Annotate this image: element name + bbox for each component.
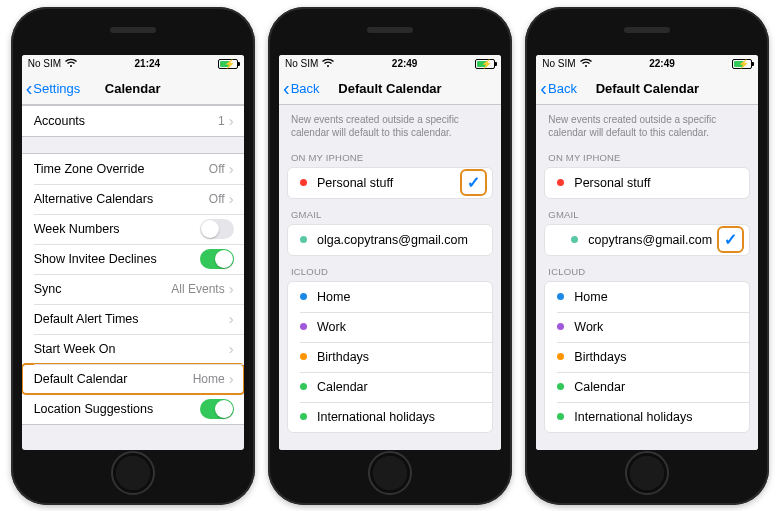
settings-row[interactable]: Alternative CalendarsOff› (22, 184, 244, 214)
row-label: Show Invitee Declines (34, 252, 200, 266)
chevron-right-icon: › (229, 161, 234, 176)
screen-3: No SIM 22:49 ⚡ ‹ Back Default Calendar N… (536, 55, 758, 450)
calendar-option[interactable]: Calendar (545, 372, 749, 402)
row-label: Default Calendar (34, 372, 193, 386)
group-header: GMAIL (279, 199, 501, 224)
calendar-option[interactable]: Personal stuff✓ (288, 168, 492, 198)
calendar-option[interactable]: Home (545, 282, 749, 312)
color-dot-icon (300, 179, 307, 186)
checkmark-icon: ✓ (462, 171, 485, 194)
back-button[interactable]: ‹ Back (540, 78, 577, 98)
status-bar: No SIM 22:49 ⚡ (536, 55, 758, 73)
row-label: Start Week On (34, 342, 225, 356)
calendar-label: Calendar (317, 380, 482, 394)
calendar-label: olga.copytrans@gmail.com (317, 233, 482, 247)
group-header: ON MY IPHONE (279, 142, 501, 167)
row-label: Time Zone Override (34, 162, 209, 176)
status-bar: No SIM 22:49 ⚡ (279, 55, 501, 73)
chevron-right-icon: › (229, 311, 234, 326)
calendar-group: copytrans@gmail.com✓ (544, 224, 750, 256)
calendar-label: International holidays (574, 410, 739, 424)
calendar-option[interactable]: Calendar (288, 372, 492, 402)
calendar-label: Home (574, 290, 739, 304)
nav-bar: ‹ Settings Calendar (22, 73, 244, 105)
row-label: Sync (34, 282, 172, 296)
nav-bar: ‹ Back Default Calendar (536, 73, 758, 105)
phone-frame-3: No SIM 22:49 ⚡ ‹ Back Default Calendar N… (525, 7, 769, 505)
settings-row[interactable]: Location Suggestions (22, 394, 244, 424)
row-value: Off (209, 192, 225, 206)
back-label: Back (548, 81, 577, 96)
calendar-option[interactable]: Home (288, 282, 492, 312)
color-dot-icon (557, 413, 564, 420)
wifi-icon (322, 58, 334, 70)
color-dot-icon (300, 383, 307, 390)
back-label: Settings (33, 81, 80, 96)
status-bar: No SIM 21:24 ⚡ (22, 55, 244, 73)
row-label: Accounts (34, 114, 218, 128)
settings-row[interactable]: Default Alert Times› (22, 304, 244, 334)
default-calendar-content[interactable]: New events created outside a specific ca… (279, 105, 501, 450)
carrier-text: No SIM (542, 58, 575, 69)
calendar-group: olga.copytrans@gmail.com (287, 224, 493, 256)
section-note: New events created outside a specific ca… (279, 105, 501, 142)
calendar-label: Birthdays (317, 350, 482, 364)
chevron-right-icon: › (229, 341, 234, 356)
row-label: Week Numbers (34, 222, 200, 236)
back-label: Back (291, 81, 320, 96)
group-header: ICLOUD (279, 256, 501, 281)
calendar-option[interactable]: copytrans@gmail.com✓ (545, 225, 749, 255)
calendar-label: Personal stuff (574, 176, 739, 190)
settings-row[interactable]: Show Invitee Declines (22, 244, 244, 274)
default-calendar-content[interactable]: New events created outside a specific ca… (536, 105, 758, 450)
toggle-switch[interactable] (200, 399, 234, 419)
group-header: ON MY IPHONE (536, 142, 758, 167)
settings-row[interactable]: Default CalendarHome› (22, 364, 244, 394)
battery-icon: ⚡ (218, 59, 238, 69)
chevron-right-icon: › (229, 191, 234, 206)
phone-frame-1: No SIM 21:24 ⚡ ‹ Settings Calendar Accou… (11, 7, 255, 505)
settings-row[interactable]: Accounts1› (22, 106, 244, 136)
clock: 21:24 (81, 58, 214, 69)
calendar-option[interactable]: Birthdays (288, 342, 492, 372)
settings-row[interactable]: Start Week On› (22, 334, 244, 364)
toggle-switch[interactable] (200, 249, 234, 269)
group-header: GMAIL (536, 199, 758, 224)
toggle-switch[interactable] (200, 219, 234, 239)
color-dot-icon (557, 293, 564, 300)
calendar-group: HomeWorkBirthdaysCalendarInternational h… (544, 281, 750, 433)
chevron-left-icon: ‹ (540, 78, 547, 98)
settings-row[interactable]: SyncAll Events› (22, 274, 244, 304)
calendar-label: Personal stuff (317, 176, 462, 190)
color-dot-icon (300, 353, 307, 360)
chevron-left-icon: ‹ (283, 78, 290, 98)
wifi-icon (65, 58, 77, 70)
checkmark-icon: ✓ (719, 228, 742, 251)
calendar-label: Calendar (574, 380, 739, 394)
settings-row[interactable]: Time Zone OverrideOff› (22, 154, 244, 184)
calendar-label: Birthdays (574, 350, 739, 364)
calendar-option[interactable]: Birthdays (545, 342, 749, 372)
color-dot-icon (300, 413, 307, 420)
calendar-group: Personal stuff (544, 167, 750, 199)
calendar-option[interactable]: International holidays (545, 402, 749, 432)
carrier-text: No SIM (28, 58, 61, 69)
settings-row[interactable]: Week Numbers (22, 214, 244, 244)
clock: 22:49 (596, 58, 729, 69)
calendar-option[interactable]: Work (288, 312, 492, 342)
settings-content[interactable]: Accounts1›Time Zone OverrideOff›Alternat… (22, 105, 244, 450)
calendar-option[interactable]: Work (545, 312, 749, 342)
chevron-left-icon: ‹ (26, 78, 33, 98)
settings-section: Time Zone OverrideOff›Alternative Calend… (22, 153, 244, 425)
calendar-option[interactable]: olga.copytrans@gmail.com (288, 225, 492, 255)
screen-2: No SIM 22:49 ⚡ ‹ Back Default Calendar N… (279, 55, 501, 450)
calendar-label: Home (317, 290, 482, 304)
calendar-option[interactable]: Personal stuff (545, 168, 749, 198)
wifi-icon (580, 58, 592, 70)
calendar-label: International holidays (317, 410, 482, 424)
back-button[interactable]: ‹ Settings (26, 78, 81, 98)
back-button[interactable]: ‹ Back (283, 78, 320, 98)
calendar-group: HomeWorkBirthdaysCalendarInternational h… (287, 281, 493, 433)
row-label: Default Alert Times (34, 312, 225, 326)
calendar-option[interactable]: International holidays (288, 402, 492, 432)
